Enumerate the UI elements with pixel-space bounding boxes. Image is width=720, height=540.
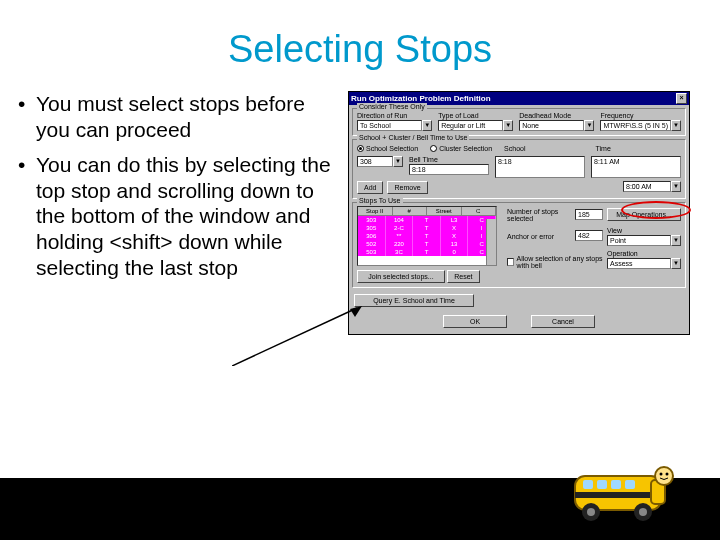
bullet-1: You must select stops before you can pro… [18, 91, 338, 142]
svg-rect-4 [575, 492, 661, 498]
col-c: C [462, 207, 497, 215]
school-list[interactable]: 8:18 [495, 156, 585, 178]
chevron-down-icon[interactable]: ▼ [671, 181, 681, 192]
view-label: View [607, 227, 681, 234]
direction-label: Direction of Run [357, 112, 432, 119]
svg-point-14 [655, 467, 673, 485]
chevron-down-icon[interactable]: ▼ [422, 120, 432, 131]
chevron-down-icon[interactable]: ▼ [671, 120, 681, 131]
section3-title: Stops To Use [357, 197, 403, 204]
numstops-label: Number of stops selected [507, 208, 571, 222]
svg-rect-13 [625, 480, 635, 489]
chevron-down-icon[interactable]: ▼ [584, 120, 594, 131]
belltime-label: Bell Time [409, 156, 489, 163]
view-combo[interactable]: Point ▼ [607, 235, 681, 246]
chevron-down-icon[interactable]: ▼ [671, 258, 681, 269]
table-row[interactable]: 3052-CTXI [358, 224, 496, 232]
deadhead-label: Deadhead Mode [519, 112, 594, 119]
allow-selection-checkbox[interactable]: Allow selection of any stops with bell [507, 255, 603, 269]
table-row[interactable]: 502220T13C [358, 240, 496, 248]
add-button[interactable]: Add [357, 181, 383, 194]
belltime-field[interactable]: 8:18 [409, 164, 489, 175]
join-stops-button[interactable]: Join selected stops... [357, 270, 445, 283]
frequency-label: Frequency [600, 112, 681, 119]
school-label: School [504, 145, 589, 152]
cluster-selection-radio[interactable]: Cluster Selection [430, 143, 492, 153]
table-row[interactable]: 5033CT0C [358, 248, 496, 256]
operation-combo[interactable]: Assess ▼ [607, 258, 681, 269]
close-icon[interactable]: × [676, 93, 687, 104]
section1-title: Consider These Only [357, 103, 427, 110]
time-list[interactable]: 8:11 AM [591, 156, 681, 178]
school-selection-radio[interactable]: School Selection [357, 143, 418, 153]
svg-point-9 [639, 508, 647, 516]
direction-combo[interactable]: To School ▼ [357, 120, 432, 131]
deadhead-combo[interactable]: None ▼ [519, 120, 594, 131]
time-combo[interactable]: 8:00 AM ▼ [623, 181, 681, 194]
frequency-combo[interactable]: MTWRF\S.S (5 IN 5) ▼ [600, 120, 681, 131]
school-code-combo[interactable]: 308 ▼ [357, 156, 403, 167]
svg-point-7 [587, 508, 595, 516]
numstops-value: 185 [575, 209, 603, 220]
table-row[interactable]: 303104TL3C [358, 216, 496, 224]
ok-button[interactable]: OK [443, 315, 507, 328]
reset-button[interactable]: Reset [447, 270, 479, 283]
chevron-down-icon[interactable]: ▼ [393, 156, 403, 167]
bus-icon [561, 458, 676, 528]
scrollbar[interactable] [486, 219, 496, 265]
col-num: # [393, 207, 428, 215]
svg-rect-10 [583, 480, 593, 489]
optimization-dialog: Run Optimization Problem Definition × Co… [348, 91, 690, 335]
bullet-list: You must select stops before you can pro… [18, 91, 338, 335]
col-street: Street [427, 207, 462, 215]
remove-button[interactable]: Remove [387, 181, 427, 194]
dialog-title: Run Optimization Problem Definition [351, 94, 491, 103]
svg-point-15 [660, 473, 663, 476]
anchor-value: 482 [575, 230, 603, 241]
section2-title: School + Cluster / Bell Time to Use [357, 134, 469, 141]
chevron-down-icon[interactable]: ▼ [503, 120, 513, 131]
chevron-down-icon[interactable]: ▼ [671, 235, 681, 246]
time-label: Time [596, 145, 681, 152]
map-operations-button[interactable]: Map Operations... [607, 208, 681, 221]
svg-rect-12 [611, 480, 621, 489]
table-row[interactable]: 306**TXI [358, 232, 496, 240]
bullet-2: You can do this by selecting the top sto… [18, 152, 338, 280]
slide-title: Selecting Stops [0, 0, 720, 71]
svg-point-16 [666, 473, 669, 476]
anchor-label: Anchor or error [507, 233, 571, 240]
typeload-combo[interactable]: Regular or Lift ▼ [438, 120, 513, 131]
stops-table[interactable]: Stop II # Street C 303104TL3C3052-CTXI30… [357, 206, 497, 266]
typeload-label: Type of Load [438, 112, 513, 119]
operation-label: Operation [607, 250, 681, 257]
query-button[interactable]: Query E. School and Time [354, 294, 474, 307]
col-stopid: Stop II [358, 207, 393, 215]
svg-rect-11 [597, 480, 607, 489]
cancel-button[interactable]: Cancel [531, 315, 595, 328]
